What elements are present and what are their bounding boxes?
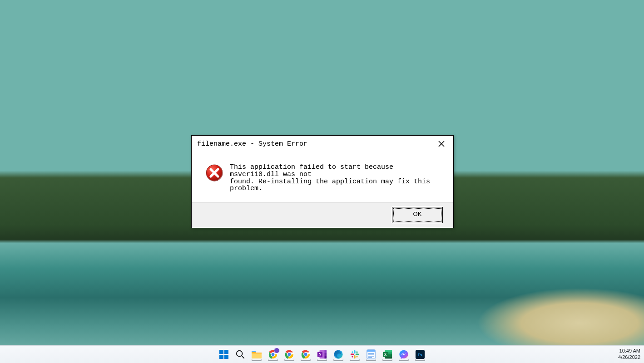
dialog-body: This application failed to start because…	[192, 152, 453, 197]
excel-button[interactable]: X	[382, 349, 393, 360]
svg-rect-4	[252, 351, 256, 352]
svg-point-27	[356, 356, 357, 357]
chrome-icon	[301, 349, 311, 359]
svg-text:Ps: Ps	[418, 353, 422, 357]
svg-point-25	[352, 351, 353, 353]
svg-text:N: N	[318, 353, 321, 357]
svg-rect-15	[325, 350, 327, 353]
dialog-title: filename.exe - System Error	[197, 140, 307, 148]
search-button[interactable]	[235, 349, 246, 360]
slack-icon	[350, 350, 359, 359]
taskbar: N X Ps 10:49 AM 4/26/2022	[0, 345, 644, 363]
svg-rect-30	[367, 350, 375, 352]
clock-time: 10:49 AM	[619, 348, 640, 354]
notepad-icon	[367, 349, 376, 359]
start-button[interactable]	[218, 349, 229, 360]
file-explorer-button[interactable]	[251, 349, 262, 360]
system-error-dialog: filename.exe - System Error This applica…	[191, 135, 454, 228]
slack-button[interactable]	[349, 349, 360, 360]
messenger-button[interactable]	[398, 349, 409, 360]
taskbar-center: N X Ps	[218, 346, 426, 363]
folder-icon	[251, 350, 262, 359]
chrome-button-3[interactable]	[300, 349, 311, 360]
chrome-icon	[284, 349, 294, 359]
photoshop-icon: Ps	[415, 349, 425, 359]
edge-icon	[333, 349, 343, 359]
error-icon	[205, 164, 223, 182]
photoshop-button[interactable]: Ps	[415, 349, 426, 360]
system-tray[interactable]: 10:49 AM 4/26/2022	[618, 346, 640, 363]
ok-button[interactable]: OK	[392, 207, 443, 223]
svg-rect-22	[356, 353, 359, 355]
search-icon	[235, 349, 245, 359]
close-icon	[438, 140, 445, 147]
chrome-button-1[interactable]	[268, 349, 278, 360]
svg-point-28	[352, 356, 353, 357]
clock-date: 4/26/2022	[618, 354, 640, 361]
profile-badge-icon	[274, 348, 280, 353]
svg-rect-21	[354, 350, 355, 354]
dialog-titlebar[interactable]: filename.exe - System Error	[192, 136, 453, 152]
svg-rect-17	[325, 356, 327, 358]
svg-rect-24	[351, 353, 354, 355]
notepad-button[interactable]	[366, 349, 376, 360]
onenote-button[interactable]: N	[317, 349, 327, 360]
svg-rect-16	[325, 353, 327, 356]
chrome-button-2[interactable]	[284, 349, 295, 360]
dialog-message: This application failed to start because…	[230, 164, 440, 192]
svg-line-3	[242, 356, 244, 358]
windows-logo-icon	[219, 350, 228, 359]
edge-button[interactable]	[333, 349, 344, 360]
svg-text:X: X	[384, 353, 386, 357]
messenger-icon	[399, 349, 409, 359]
close-button[interactable]	[434, 137, 449, 150]
onenote-icon: N	[317, 349, 327, 359]
svg-rect-23	[354, 355, 355, 359]
svg-point-26	[356, 351, 357, 353]
excel-icon: X	[382, 349, 392, 359]
dialog-footer: OK	[192, 202, 453, 227]
